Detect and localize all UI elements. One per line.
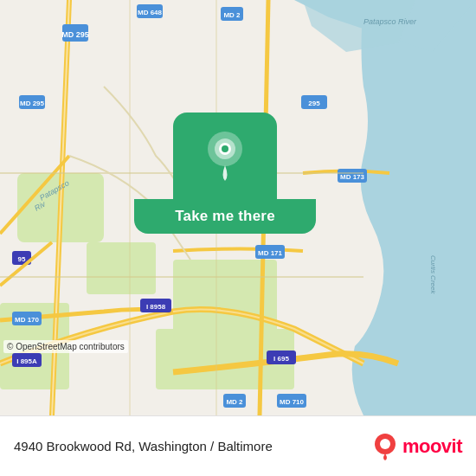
svg-text:MD 2: MD 2 [223,11,241,19]
take-me-there-button[interactable]: Take me there [134,199,316,234]
svg-text:295: 295 [308,100,320,107]
svg-text:I 895A: I 895A [16,357,37,365]
svg-rect-2 [87,242,156,294]
svg-text:MD 295: MD 295 [20,100,45,107]
svg-text:I 695: I 695 [273,355,289,363]
svg-text:MD 173: MD 173 [340,173,365,181]
location-pin-bg [173,113,277,199]
svg-text:MD 2: MD 2 [226,398,243,406]
svg-text:MD 170: MD 170 [15,316,40,324]
button-overlay: Take me there [134,113,316,234]
moovit-text: moovit [402,435,462,458]
location-pin-icon [203,129,247,183]
svg-point-52 [380,439,390,449]
svg-text:I 8958: I 8958 [146,303,166,311]
svg-text:95: 95 [18,255,26,263]
copyright-text: © OpenStreetMap contributors [3,340,128,353]
svg-text:MD 171: MD 171 [258,249,283,257]
svg-text:Curtis Creek: Curtis Creek [429,255,437,294]
address-text: 4940 Brookwood Rd, Washington / Baltimor… [14,439,273,453]
svg-point-50 [222,145,228,152]
svg-text:MD 295: MD 295 [61,30,89,39]
svg-text:MD 648: MD 648 [138,9,163,16]
moovit-icon [371,433,399,460]
map-container: MD 295 MD 648 MD 295 MD 2 295 MD 173 MD … [0,0,476,415]
svg-text:MD 710: MD 710 [280,398,305,406]
svg-text:Patapsco River: Patapsco River [363,17,417,26]
moovit-logo: moovit [371,433,462,460]
bottom-bar: 4940 Brookwood Rd, Washington / Baltimor… [0,415,476,476]
